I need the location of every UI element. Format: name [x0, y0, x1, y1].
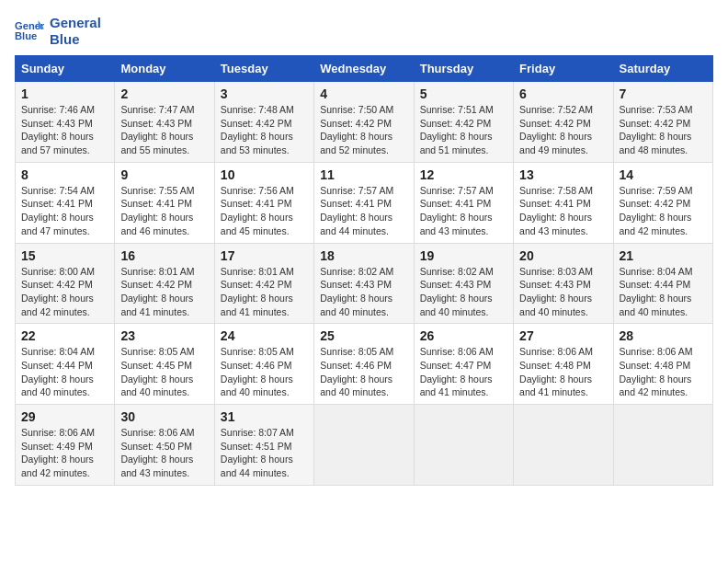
- logo-general: General: [50, 15, 101, 31]
- day-number: 28: [620, 328, 707, 343]
- day-info: Sunrise: 7:51 AM Sunset: 4:42 PM Dayligh…: [420, 103, 507, 157]
- day-number: 16: [120, 248, 208, 263]
- day-number: 23: [120, 328, 208, 343]
- day-number: 29: [21, 409, 108, 424]
- day-number: 15: [21, 248, 108, 263]
- day-info: Sunrise: 8:05 AM Sunset: 4:45 PM Dayligh…: [120, 345, 208, 399]
- day-number: 24: [221, 328, 308, 343]
- weekday-header-friday: Friday: [514, 56, 613, 82]
- day-number: 7: [620, 86, 707, 101]
- calendar-cell: 10Sunrise: 7:56 AM Sunset: 4:41 PM Dayli…: [214, 162, 313, 243]
- day-number: 21: [620, 248, 707, 263]
- day-number: 31: [221, 409, 308, 424]
- calendar-cell: 21Sunrise: 8:04 AM Sunset: 4:44 PM Dayli…: [613, 243, 712, 324]
- calendar-cell: 4Sunrise: 7:50 AM Sunset: 4:42 PM Daylig…: [314, 82, 414, 163]
- day-info: Sunrise: 7:55 AM Sunset: 4:41 PM Dayligh…: [120, 184, 208, 238]
- calendar-cell: 25Sunrise: 8:05 AM Sunset: 4:46 PM Dayli…: [314, 324, 414, 405]
- calendar-cell: 22Sunrise: 8:04 AM Sunset: 4:44 PM Dayli…: [16, 324, 115, 405]
- calendar-cell: 19Sunrise: 8:02 AM Sunset: 4:43 PM Dayli…: [414, 243, 513, 324]
- day-number: 3: [221, 86, 308, 101]
- day-info: Sunrise: 8:06 AM Sunset: 4:48 PM Dayligh…: [620, 345, 707, 399]
- day-info: Sunrise: 7:58 AM Sunset: 4:41 PM Dayligh…: [519, 184, 607, 238]
- weekday-header-thursday: Thursday: [414, 56, 513, 82]
- day-number: 10: [221, 167, 308, 182]
- calendar-cell: 7Sunrise: 7:53 AM Sunset: 4:42 PM Daylig…: [613, 82, 712, 163]
- calendar-cell: 30Sunrise: 8:06 AM Sunset: 4:50 PM Dayli…: [115, 405, 214, 486]
- calendar-cell: 28Sunrise: 8:06 AM Sunset: 4:48 PM Dayli…: [613, 324, 712, 405]
- day-info: Sunrise: 7:48 AM Sunset: 4:42 PM Dayligh…: [221, 103, 308, 157]
- day-info: Sunrise: 7:52 AM Sunset: 4:42 PM Dayligh…: [519, 103, 607, 157]
- svg-text:Blue: Blue: [15, 30, 37, 41]
- calendar-cell: [613, 405, 712, 486]
- day-number: 8: [21, 167, 108, 182]
- calendar-cell: 16Sunrise: 8:01 AM Sunset: 4:42 PM Dayli…: [115, 243, 214, 324]
- day-info: Sunrise: 8:02 AM Sunset: 4:43 PM Dayligh…: [420, 265, 507, 319]
- day-info: Sunrise: 7:46 AM Sunset: 4:43 PM Dayligh…: [21, 103, 108, 157]
- day-info: Sunrise: 8:00 AM Sunset: 4:42 PM Dayligh…: [21, 265, 108, 319]
- day-info: Sunrise: 8:07 AM Sunset: 4:51 PM Dayligh…: [221, 426, 308, 480]
- day-info: Sunrise: 8:01 AM Sunset: 4:42 PM Dayligh…: [120, 265, 208, 319]
- calendar-cell: 6Sunrise: 7:52 AM Sunset: 4:42 PM Daylig…: [514, 82, 613, 163]
- calendar-cell: 15Sunrise: 8:00 AM Sunset: 4:42 PM Dayli…: [16, 243, 115, 324]
- calendar-cell: 29Sunrise: 8:06 AM Sunset: 4:49 PM Dayli…: [16, 405, 115, 486]
- day-number: 17: [221, 248, 308, 263]
- day-number: 4: [320, 86, 407, 101]
- day-number: 14: [620, 167, 707, 182]
- day-info: Sunrise: 8:02 AM Sunset: 4:43 PM Dayligh…: [320, 265, 407, 319]
- day-info: Sunrise: 7:50 AM Sunset: 4:42 PM Dayligh…: [320, 103, 407, 157]
- day-info: Sunrise: 8:03 AM Sunset: 4:43 PM Dayligh…: [519, 265, 607, 319]
- calendar-cell: 8Sunrise: 7:54 AM Sunset: 4:41 PM Daylig…: [16, 162, 115, 243]
- day-info: Sunrise: 7:54 AM Sunset: 4:41 PM Dayligh…: [21, 184, 108, 238]
- day-number: 26: [420, 328, 507, 343]
- calendar-cell: 12Sunrise: 7:57 AM Sunset: 4:41 PM Dayli…: [414, 162, 513, 243]
- calendar-cell: 24Sunrise: 8:05 AM Sunset: 4:46 PM Dayli…: [214, 324, 313, 405]
- day-number: 18: [320, 248, 407, 263]
- calendar-cell: 1Sunrise: 7:46 AM Sunset: 4:43 PM Daylig…: [16, 82, 115, 163]
- day-info: Sunrise: 8:06 AM Sunset: 4:47 PM Dayligh…: [420, 345, 507, 399]
- weekday-header-wednesday: Wednesday: [314, 56, 414, 82]
- calendar-cell: 5Sunrise: 7:51 AM Sunset: 4:42 PM Daylig…: [414, 82, 513, 163]
- calendar-cell: 14Sunrise: 7:59 AM Sunset: 4:42 PM Dayli…: [613, 162, 712, 243]
- weekday-header-tuesday: Tuesday: [214, 56, 313, 82]
- calendar-table: SundayMondayTuesdayWednesdayThursdayFrid…: [15, 55, 713, 486]
- logo-blue: Blue: [50, 31, 101, 48]
- calendar-cell: 2Sunrise: 7:47 AM Sunset: 4:43 PM Daylig…: [115, 82, 214, 163]
- day-info: Sunrise: 8:01 AM Sunset: 4:42 PM Dayligh…: [221, 265, 308, 319]
- day-info: Sunrise: 8:06 AM Sunset: 4:50 PM Dayligh…: [120, 426, 208, 480]
- logo: General Blue General Blue: [15, 15, 101, 48]
- day-number: 6: [519, 86, 607, 101]
- calendar-cell: 17Sunrise: 8:01 AM Sunset: 4:42 PM Dayli…: [214, 243, 313, 324]
- weekday-header-sunday: Sunday: [16, 56, 115, 82]
- day-number: 9: [120, 167, 208, 182]
- weekday-header-saturday: Saturday: [613, 56, 712, 82]
- calendar-cell: 23Sunrise: 8:05 AM Sunset: 4:45 PM Dayli…: [115, 324, 214, 405]
- calendar-cell: [514, 405, 613, 486]
- day-number: 22: [21, 328, 108, 343]
- calendar-cell: [314, 405, 414, 486]
- day-number: 30: [120, 409, 208, 424]
- day-number: 5: [420, 86, 507, 101]
- day-number: 1: [21, 86, 108, 101]
- day-info: Sunrise: 7:57 AM Sunset: 4:41 PM Dayligh…: [320, 184, 407, 238]
- calendar-cell: 3Sunrise: 7:48 AM Sunset: 4:42 PM Daylig…: [214, 82, 313, 163]
- day-info: Sunrise: 7:47 AM Sunset: 4:43 PM Dayligh…: [120, 103, 208, 157]
- calendar-cell: 11Sunrise: 7:57 AM Sunset: 4:41 PM Dayli…: [314, 162, 414, 243]
- day-info: Sunrise: 8:05 AM Sunset: 4:46 PM Dayligh…: [221, 345, 308, 399]
- day-number: 2: [120, 86, 208, 101]
- day-info: Sunrise: 7:56 AM Sunset: 4:41 PM Dayligh…: [221, 184, 308, 238]
- calendar-cell: 9Sunrise: 7:55 AM Sunset: 4:41 PM Daylig…: [115, 162, 214, 243]
- day-info: Sunrise: 7:53 AM Sunset: 4:42 PM Dayligh…: [620, 103, 707, 157]
- day-info: Sunrise: 7:59 AM Sunset: 4:42 PM Dayligh…: [620, 184, 707, 238]
- day-number: 20: [519, 248, 607, 263]
- day-info: Sunrise: 8:04 AM Sunset: 4:44 PM Dayligh…: [21, 345, 108, 399]
- day-info: Sunrise: 8:04 AM Sunset: 4:44 PM Dayligh…: [620, 265, 707, 319]
- day-info: Sunrise: 8:05 AM Sunset: 4:46 PM Dayligh…: [320, 345, 407, 399]
- calendar-cell: 31Sunrise: 8:07 AM Sunset: 4:51 PM Dayli…: [214, 405, 313, 486]
- calendar-cell: 18Sunrise: 8:02 AM Sunset: 4:43 PM Dayli…: [314, 243, 414, 324]
- day-number: 12: [420, 167, 507, 182]
- day-number: 19: [420, 248, 507, 263]
- calendar-cell: 13Sunrise: 7:58 AM Sunset: 4:41 PM Dayli…: [514, 162, 613, 243]
- day-number: 11: [320, 167, 407, 182]
- day-info: Sunrise: 8:06 AM Sunset: 4:48 PM Dayligh…: [519, 345, 607, 399]
- page-header: General Blue General Blue: [15, 15, 713, 48]
